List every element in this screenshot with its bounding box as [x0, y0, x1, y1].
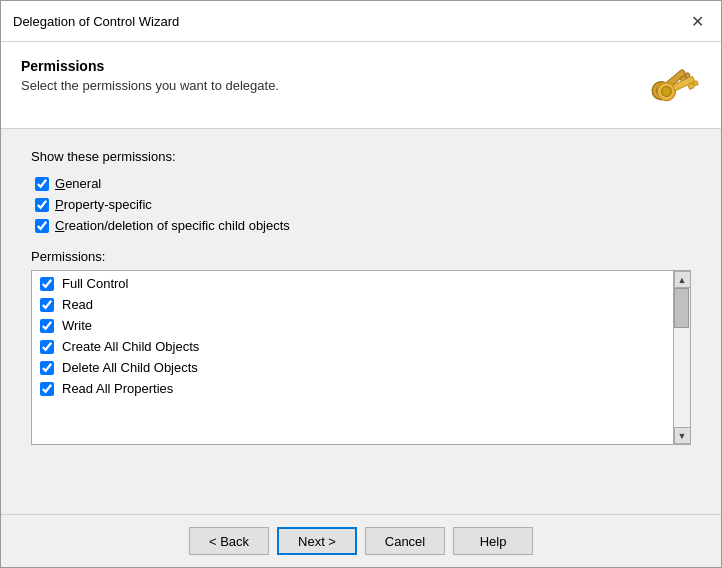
header-text: Permissions Select the permissions you w… [21, 58, 645, 93]
back-button[interactable]: < Back [189, 527, 269, 555]
keys-icon [645, 58, 701, 114]
perm-write-checkbox[interactable] [40, 319, 54, 333]
perm-full-control-checkbox[interactable] [40, 277, 54, 291]
scrollbar-down-button[interactable]: ▼ [674, 427, 691, 444]
scrollbar-up-button[interactable]: ▲ [674, 271, 691, 288]
help-label: Help [480, 534, 507, 549]
next-label: Next > [298, 534, 336, 549]
perm-full-control[interactable]: Full Control [32, 273, 673, 294]
perm-read-label[interactable]: Read [62, 297, 93, 312]
scrollbar-thumb-area [674, 288, 690, 427]
perm-read-properties[interactable]: Read All Properties [32, 378, 673, 399]
perm-full-control-label[interactable]: Full Control [62, 276, 128, 291]
checkbox-creation-deletion[interactable]: Creation/deletion of specific child obje… [35, 218, 691, 233]
cancel-button[interactable]: Cancel [365, 527, 445, 555]
checkbox-creation-label[interactable]: Creation/deletion of specific child obje… [55, 218, 290, 233]
svg-rect-9 [693, 81, 698, 86]
perm-read[interactable]: Read [32, 294, 673, 315]
checkbox-property-label[interactable]: Property-specific [55, 197, 152, 212]
cancel-label: Cancel [385, 534, 425, 549]
perm-create-child-checkbox[interactable] [40, 340, 54, 354]
header-subtitle: Select the permissions you want to deleg… [21, 78, 645, 93]
perm-read-checkbox[interactable] [40, 298, 54, 312]
perm-delete-child-checkbox[interactable] [40, 361, 54, 375]
scrollbar-thumb[interactable] [674, 288, 689, 328]
permissions-list-container: Full Control Read Write Create All Child… [31, 270, 691, 445]
title-bar: Delegation of Control Wizard ✕ [1, 1, 721, 42]
checkbox-general-input[interactable] [35, 177, 49, 191]
perm-write-label[interactable]: Write [62, 318, 92, 333]
perm-create-child[interactable]: Create All Child Objects [32, 336, 673, 357]
checkbox-property-specific[interactable]: Property-specific [35, 197, 691, 212]
permissions-label: Permissions: [31, 249, 691, 264]
checkbox-general[interactable]: General [35, 176, 691, 191]
close-button[interactable]: ✕ [685, 9, 709, 33]
header-section: Permissions Select the permissions you w… [1, 42, 721, 129]
perm-delete-child-label[interactable]: Delete All Child Objects [62, 360, 198, 375]
checkbox-property-input[interactable] [35, 198, 49, 212]
dialog-window: Delegation of Control Wizard ✕ Permissio… [0, 0, 722, 568]
show-permissions-checkboxes: General Property-specific Creation/delet… [35, 176, 691, 233]
help-button[interactable]: Help [453, 527, 533, 555]
perm-create-child-label[interactable]: Create All Child Objects [62, 339, 199, 354]
checkbox-creation-input[interactable] [35, 219, 49, 233]
back-label: < Back [209, 534, 249, 549]
next-button[interactable]: Next > [277, 527, 357, 555]
perm-write[interactable]: Write [32, 315, 673, 336]
header-title: Permissions [21, 58, 645, 74]
perm-delete-child[interactable]: Delete All Child Objects [32, 357, 673, 378]
perm-read-properties-checkbox[interactable] [40, 382, 54, 396]
footer: < Back Next > Cancel Help [1, 514, 721, 567]
perm-read-properties-label[interactable]: Read All Properties [62, 381, 173, 396]
dialog-title: Delegation of Control Wizard [13, 14, 179, 29]
show-permissions-label: Show these permissions: [31, 149, 691, 164]
checkbox-general-label[interactable]: General [55, 176, 101, 191]
scrollbar-track: ▲ ▼ [673, 271, 690, 444]
content-section: Show these permissions: General Property… [1, 129, 721, 514]
permissions-list[interactable]: Full Control Read Write Create All Child… [32, 271, 673, 444]
